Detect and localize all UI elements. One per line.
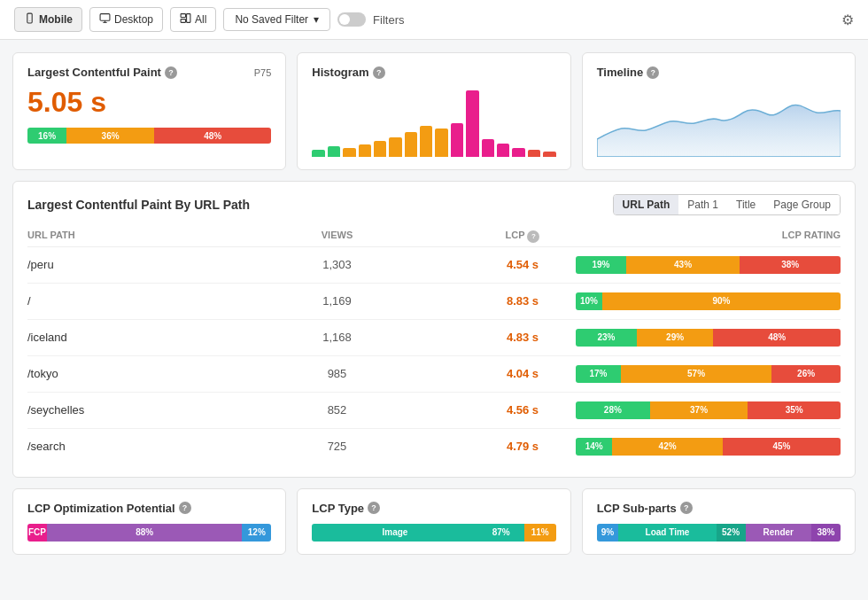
histogram-info-icon[interactable]: ? [373,66,385,79]
bottom-widgets-row: LCP Optimization Potential ? FCP 88% 12%… [12,488,856,555]
col-lcp: LCP ? [469,230,576,243]
gear-icon: ⚙ [841,12,854,27]
subpart-52pct-seg: 52% [717,524,746,542]
tab-page-group[interactable]: Page Group [764,195,840,214]
histogram-widget: Histogram ? [297,52,570,170]
lcp-cell: 8.83 s [469,294,576,308]
filters-toggle[interactable] [337,12,366,27]
p75-badge: P75 [254,67,272,78]
svg-rect-5 [181,14,185,18]
settings-button[interactable]: ⚙ [841,12,854,28]
lcp-col-info-icon[interactable]: ? [527,230,539,243]
lcp-cell: 4.83 s [469,331,576,344]
histogram-bar [312,150,324,157]
table-row[interactable]: /iceland1,1684.83 s23%29%48% [27,320,841,356]
lcp-type-label: LCP Type [312,502,364,515]
row-rating-seg: 57% [621,365,771,383]
lcp-cell: 4.54 s [469,258,576,271]
views-cell: 1,169 [205,294,469,308]
lcp-value: 5.05 s [27,86,271,119]
lcp-optimization-info-icon[interactable]: ? [179,502,191,514]
desktop-icon [99,12,111,27]
table-row[interactable]: /1,1698.83 s10%90% [27,284,841,320]
histogram-bars [312,86,555,157]
filter-label: No Saved Filter [235,13,308,26]
mobile-button[interactable]: Mobile [14,7,82,32]
subpart-9pct-seg: 9% [597,524,619,542]
chevron-down-icon: ▾ [314,13,319,26]
svg-rect-6 [181,19,185,23]
path-cell: /search [27,440,205,453]
views-cell: 725 [205,440,469,453]
views-cell: 852 [205,403,469,417]
subpart-loadtime-seg: Load Time [618,524,716,542]
histogram-bar [374,141,386,157]
groupby-tabs: URL Path Path 1 Title Page Group [613,194,841,215]
filters-text: Filters [373,13,404,27]
timeline-title: Timeline ? [597,66,841,79]
lcp-seg-good: 16% [27,128,66,144]
timeline-label: Timeline [597,66,644,79]
lcp-optimization-label: LCP Optimization Potential [27,502,175,515]
all-button[interactable]: All [170,7,216,32]
col-views: VIEWS [205,230,469,243]
histogram-bar [405,132,417,157]
tab-path1[interactable]: Path 1 [678,195,727,214]
histogram-bar [512,148,524,157]
lcp-type-info-icon[interactable]: ? [368,502,380,514]
table-title: Largest Contentful Paint By URL Path [27,198,250,212]
histogram-bar [528,150,540,157]
all-icon [180,12,191,27]
histogram-bar [451,123,463,157]
row-rating-seg: 37% [650,401,748,419]
views-cell: 1,168 [205,331,469,344]
histogram-bar [466,90,478,157]
histogram-bar [497,144,509,157]
lcp-subparts-info-icon[interactable]: ? [680,502,693,514]
histogram-bar [420,126,432,157]
timeline-chart [597,86,841,157]
lcp-seg-poor: 48% [154,128,271,144]
rating-bar-cell: 10%90% [576,292,841,310]
lcp-type-title: LCP Type ? [312,502,555,515]
lcp-subparts-bar: 9% Load Time 52% Render 38% [597,524,841,542]
histogram-bar [543,152,555,157]
lcp-type-pct87-seg: 87% [478,524,524,542]
path-cell: /iceland [27,331,205,344]
row-rating-seg: 14% [576,438,612,456]
tab-url-path[interactable]: URL Path [614,195,679,214]
table-row[interactable]: /peru1,3034.54 s19%43%38% [27,247,841,284]
path-cell: /seychelles [27,403,205,417]
table-row[interactable]: /tokyo9854.04 s17%57%26% [27,356,841,393]
lcp-info-icon[interactable]: ? [165,66,177,79]
row-rating-seg: 23% [576,329,637,347]
row-rating-bar: 17%57%26% [576,365,841,383]
mobile-label: Mobile [39,13,73,26]
lcp-widget: Largest Contentful Paint ? P75 5.05 s 16… [12,52,286,170]
row-rating-bar: 23%29%48% [576,329,841,347]
lcp-type-image-seg: Image [312,524,477,542]
rating-bar-cell: 19%43%38% [576,256,841,274]
subpart-38pct-seg: 38% [811,524,841,542]
row-rating-seg: 45% [723,438,841,456]
histogram-bar [435,129,447,157]
table-row[interactable]: /seychelles8524.56 s28%37%35% [27,393,841,429]
row-rating-bar: 19%43%38% [576,256,841,274]
saved-filter-button[interactable]: No Saved Filter ▾ [223,8,330,31]
row-rating-seg: 28% [576,401,650,419]
desktop-button[interactable]: Desktop [89,7,163,32]
timeline-info-icon[interactable]: ? [647,66,659,79]
mobile-icon [24,12,35,27]
rating-bar-cell: 17%57%26% [576,365,841,383]
rating-bar-cell: 28%37%35% [576,401,841,419]
svg-rect-7 [187,14,190,23]
table-row[interactable]: /search7254.79 s14%42%45% [27,429,841,464]
main-content: Largest Contentful Paint ? P75 5.05 s 16… [0,40,868,567]
histogram-bar [482,139,494,157]
col-url-path: URL PATH [27,230,205,243]
all-label: All [195,13,206,26]
table-rows: /peru1,3034.54 s19%43%38%/1,1698.83 s10%… [27,247,841,464]
lcp-cell: 4.04 s [469,367,576,380]
lcp-widget-header: Largest Contentful Paint ? P75 [27,66,271,79]
tab-title[interactable]: Title [727,195,764,214]
